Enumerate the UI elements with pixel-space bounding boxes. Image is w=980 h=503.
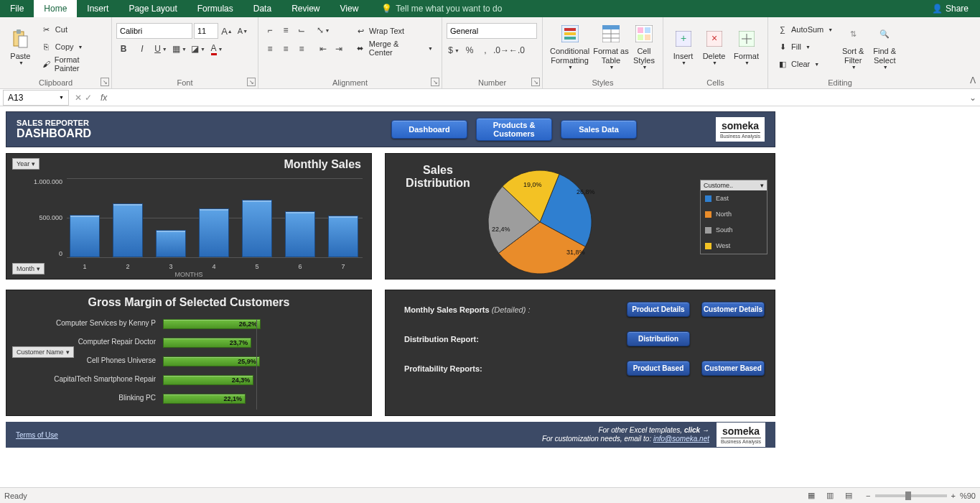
font-name-select[interactable] — [116, 23, 192, 39]
svg-rect-4 — [564, 28, 576, 31]
alignment-dialog-launcher[interactable]: ↘ — [431, 78, 439, 86]
name-box[interactable]: A13▼ — [3, 90, 69, 106]
font-size-select[interactable] — [194, 23, 218, 39]
orientation-button[interactable]: ⤡▼ — [316, 23, 330, 37]
insert-cells-button[interactable]: +Insert▼ — [668, 19, 699, 75]
number-format-select[interactable] — [447, 23, 537, 39]
tell-me-search[interactable]: 💡 Tell me what you want to do — [381, 0, 502, 17]
font-color-button[interactable]: A▼ — [210, 42, 224, 56]
expand-formula-bar-button[interactable]: ⌄ — [966, 93, 980, 103]
cell-styles-button[interactable]: Cell Styles▼ — [630, 19, 658, 75]
decrease-font-button[interactable]: A▼ — [235, 24, 250, 38]
fill-color-button[interactable]: ◪▼ — [191, 42, 205, 56]
enter-formula-button[interactable]: ✓ — [85, 93, 92, 103]
cut-button[interactable]: ✂Cut — [38, 22, 106, 37]
clear-button[interactable]: ◧Clear▼ — [774, 56, 836, 72]
page-break-view-button[interactable]: ▤ — [840, 489, 857, 502]
customer-based-button[interactable]: Customer Based — [701, 361, 765, 376]
legend-header: Custome.. — [704, 182, 733, 189]
sort-filter-button[interactable]: ⇅Sort & Filter▼ — [837, 19, 869, 75]
autosum-button[interactable]: ∑AutoSum▼ — [774, 22, 836, 37]
nav-dashboard-button[interactable]: Dashboard — [391, 120, 467, 139]
svg-text:+: + — [680, 32, 686, 44]
tab-home[interactable]: Home — [34, 0, 77, 17]
terms-of-use-link[interactable]: Terms of Use — [16, 431, 58, 439]
customer-details-button[interactable]: Customer Details — [701, 302, 765, 317]
merge-center-button[interactable]: ⬌Merge & Center▼ — [352, 40, 436, 56]
delete-icon: × — [704, 29, 724, 49]
copy-label: Copy — [55, 42, 74, 51]
distribution-button[interactable]: Distribution — [627, 331, 690, 346]
page-layout-view-button[interactable]: ▥ — [821, 489, 839, 502]
group-label: Font — [116, 78, 253, 88]
nav-sales-data-button[interactable]: Sales Data — [561, 120, 637, 139]
zoom-slider[interactable] — [875, 494, 947, 497]
share-button[interactable]: 👤 Share — [920, 0, 980, 17]
align-middle-button[interactable]: ≡ — [279, 23, 293, 37]
month-slicer[interactable]: Month▾ — [12, 263, 45, 274]
decrease-decimal-button[interactable]: ←.0 — [510, 43, 524, 57]
insert-label: Insert — [673, 52, 694, 60]
italic-button[interactable]: I — [135, 42, 149, 56]
format-cells-button[interactable]: Format▼ — [729, 19, 763, 75]
increase-indent-button[interactable]: ⇥ — [332, 42, 346, 56]
border-button[interactable]: ▦▼ — [172, 42, 187, 56]
increase-decimal-button[interactable]: .0→ — [494, 43, 508, 57]
dashboard-footer: Terms of Use For other Excel templates, … — [6, 422, 775, 448]
decrease-indent-button[interactable]: ⇤ — [316, 42, 330, 56]
tab-data[interactable]: Data — [243, 0, 281, 17]
status-bar: Ready ▦ ▥ ▤ − + %90 — [0, 487, 980, 503]
increase-font-button[interactable]: A▲ — [220, 24, 234, 38]
product-based-button[interactable]: Product Based — [627, 361, 690, 376]
accounting-format-button[interactable]: $▼ — [447, 43, 461, 57]
align-left-button[interactable]: ≡ — [263, 42, 277, 56]
copy-button[interactable]: ⎘Copy▼ — [38, 39, 106, 55]
year-slicer[interactable]: Year▾ — [12, 158, 39, 170]
underline-button[interactable]: U▼ — [154, 42, 168, 56]
tab-file[interactable]: File — [0, 0, 34, 17]
number-dialog-launcher[interactable]: ↘ — [531, 78, 540, 86]
nav-products-customers-button[interactable]: Products & Customers — [476, 118, 552, 141]
contact-email-link[interactable]: info@someka.net — [653, 435, 709, 443]
delete-cells-button[interactable]: ×Delete▼ — [699, 19, 729, 75]
font-dialog-launcher[interactable]: ↘ — [247, 78, 256, 86]
zoom-in-button[interactable]: + — [951, 492, 956, 500]
formula-input[interactable] — [111, 91, 966, 105]
collapse-ribbon-button[interactable]: ᐱ — [970, 75, 976, 86]
conditional-formatting-button[interactable]: Conditional Formatting▼ — [547, 19, 592, 75]
format-painter-button[interactable]: 🖌Format Painter — [38, 56, 106, 72]
group-alignment: ⌐ ≡ ⌙ ⤡▼ ≡ ≡ ≡ ⇤ ⇥ ↩Wrap Text ⬌Merge & C… — [258, 17, 442, 88]
zoom-out-button[interactable]: − — [866, 492, 870, 500]
zoom-controls: − + %90 — [866, 492, 976, 500]
align-right-button[interactable]: ≡ — [294, 42, 309, 56]
tab-page-layout[interactable]: Page Layout — [118, 0, 187, 17]
product-details-button[interactable]: Product Details — [627, 302, 690, 317]
pie-label-south: 22,4% — [492, 226, 510, 233]
normal-view-button[interactable]: ▦ — [803, 489, 820, 502]
svg-rect-15 — [638, 34, 643, 40]
fx-icon[interactable]: fx — [96, 93, 111, 103]
percent-format-button[interactable]: % — [462, 43, 477, 57]
tab-review[interactable]: Review — [281, 0, 330, 17]
chevron-down-icon: ▼ — [19, 60, 24, 65]
gm-bar: 25,9% — [163, 356, 260, 366]
bold-button[interactable]: B — [116, 42, 131, 56]
zoom-level[interactable]: %90 — [960, 492, 976, 500]
format-as-table-button[interactable]: Format as Table▼ — [592, 19, 630, 75]
fill-button[interactable]: ⬇Fill▼ — [774, 39, 836, 55]
chevron-down-icon[interactable]: ▾ — [760, 182, 764, 189]
cancel-formula-button[interactable]: ✕ — [75, 93, 82, 103]
find-select-button[interactable]: 🔍Find & Select▼ — [869, 19, 900, 75]
gm-bar: 24,3% — [163, 375, 253, 385]
paste-button[interactable]: Paste ▼ — [4, 19, 37, 75]
tab-formulas[interactable]: Formulas — [187, 0, 243, 17]
align-bottom-button[interactable]: ⌙ — [294, 23, 309, 37]
wrap-text-button[interactable]: ↩Wrap Text — [352, 23, 436, 39]
clipboard-dialog-launcher[interactable]: ↘ — [101, 78, 109, 86]
comma-format-button[interactable]: , — [478, 43, 493, 57]
tab-insert[interactable]: Insert — [77, 0, 118, 17]
tab-view[interactable]: View — [330, 0, 369, 17]
align-top-button[interactable]: ⌐ — [263, 23, 277, 37]
chevron-down-icon: ▼ — [59, 95, 64, 100]
align-center-button[interactable]: ≡ — [279, 42, 293, 56]
